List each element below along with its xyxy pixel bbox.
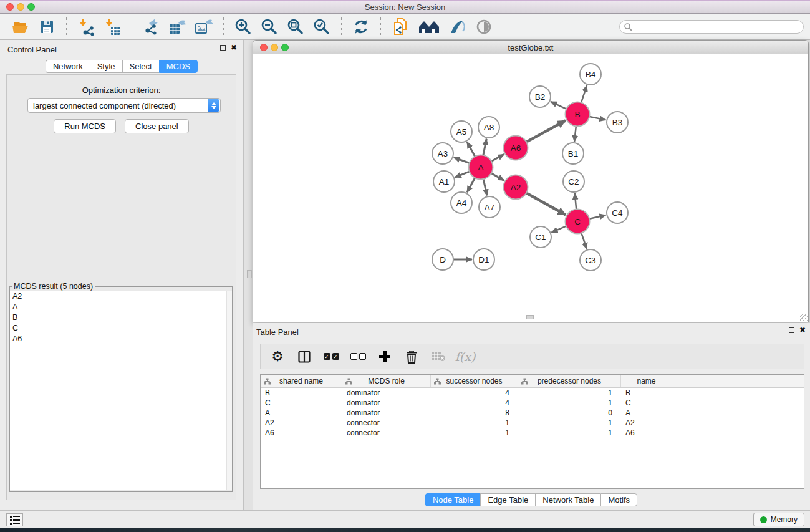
add-column-icon[interactable] — [377, 349, 393, 365]
table-row[interactable]: A2connector11A2 — [261, 418, 804, 428]
toolbar-separator — [341, 17, 342, 36]
result-item[interactable]: A2 — [10, 291, 232, 301]
vertical-split-handle[interactable] — [247, 270, 252, 278]
result-item[interactable]: A — [10, 301, 232, 312]
graph-edge-A-A2[interactable] — [491, 173, 504, 180]
import-table-icon[interactable] — [103, 17, 122, 36]
graph-edge-A-A4[interactable] — [467, 177, 475, 192]
node-table[interactable]: shared nameMCDS rolesuccessor nodesprede… — [260, 374, 804, 489]
graph-edge-C-C2[interactable] — [575, 193, 576, 210]
table-cell: 0 — [518, 408, 621, 418]
import-network-icon[interactable] — [77, 17, 95, 36]
resize-handle[interactable] — [800, 314, 808, 321]
graph-edge-A-A6[interactable] — [491, 154, 504, 162]
memory-label: Memory — [771, 515, 798, 524]
float-panel-icon[interactable] — [220, 45, 226, 51]
table-cell: B — [621, 388, 672, 398]
table-cell: 1 — [431, 418, 518, 428]
close-panel-icon[interactable]: ✖ — [799, 327, 806, 334]
column-header[interactable]: shared name — [261, 375, 342, 387]
tab-motifs[interactable]: Motifs — [600, 493, 637, 506]
graph-edge-A-A5[interactable] — [467, 142, 475, 157]
network-window[interactable]: testGlobe.txt AA1A2A3A4A5A6A7A8BB1B2B3B4… — [253, 40, 809, 322]
table-cell: dominator — [342, 408, 431, 418]
result-item[interactable]: C — [10, 322, 232, 333]
zoom-out-icon[interactable] — [260, 17, 279, 36]
close-panel-button[interactable]: Close panel — [125, 119, 189, 133]
open-session-icon[interactable] — [11, 17, 30, 36]
search-input[interactable] — [632, 21, 803, 32]
show-panels-icon[interactable] — [6, 513, 23, 526]
result-item[interactable]: B — [10, 312, 232, 322]
save-session-icon[interactable] — [37, 17, 56, 36]
table-cell: 1 — [518, 428, 621, 438]
graph-edge-A-A3[interactable] — [454, 157, 470, 163]
column-header[interactable]: name — [621, 375, 672, 387]
hide-graphics-icon[interactable] — [448, 17, 467, 36]
export-table-icon[interactable] — [168, 17, 187, 36]
clone-network-icon[interactable] — [391, 17, 410, 36]
graph-edge-A-A7[interactable] — [483, 178, 487, 195]
network-window-titlebar[interactable]: testGlobe.txt — [253, 41, 808, 54]
main-toolbar — [0, 14, 810, 40]
refresh-icon[interactable] — [352, 17, 370, 36]
tab-network-table[interactable]: Network Table — [535, 493, 600, 506]
table-row[interactable]: Adominator80A — [261, 408, 804, 418]
tab-style[interactable]: Style — [90, 60, 122, 73]
result-item[interactable]: A6 — [10, 333, 232, 344]
horizontal-split-handle[interactable] — [526, 315, 534, 319]
table-body[interactable]: Bdominator41BCdominator41CAdominator80AA… — [261, 388, 804, 438]
column-icon[interactable] — [296, 349, 312, 365]
table-cell: 1 — [518, 398, 621, 408]
zoom-in-icon[interactable] — [234, 17, 253, 36]
tab-network[interactable]: Network — [46, 60, 90, 73]
memory-button[interactable]: Memory — [753, 513, 804, 526]
zoom-selected-icon[interactable] — [312, 17, 331, 36]
table-cell: 1 — [518, 418, 621, 428]
graph-edge-C-C3[interactable] — [581, 233, 587, 249]
optimization-select[interactable]: largest connected component (directed) — [27, 98, 221, 113]
table-row[interactable]: Cdominator41C — [261, 398, 804, 408]
table-row[interactable]: Bdominator41B — [261, 388, 804, 398]
column-header[interactable]: successor nodes — [431, 375, 518, 387]
graph-node-label: C — [574, 217, 581, 226]
graph-node-label: B3 — [612, 118, 623, 127]
tab-mcds[interactable]: MCDS — [159, 60, 198, 73]
delete-column-icon[interactable] — [403, 349, 420, 365]
toolbar-separator — [380, 17, 381, 36]
graph-edge-C-C4[interactable] — [589, 215, 605, 219]
graph-node-label: D — [440, 255, 446, 264]
graph-edge-A-A8[interactable] — [483, 139, 487, 156]
tab-edge-table[interactable]: Edge Table — [480, 493, 535, 506]
search-field[interactable] — [619, 20, 804, 34]
deselect-all-rows-icon[interactable] — [350, 349, 366, 365]
result-scrollbar[interactable] — [226, 291, 232, 490]
network-canvas[interactable]: AA1A2A3A4A5A6A7A8BB1B2B3B4CC1C2C3C4DD1 — [253, 54, 808, 322]
graph-edge-B-B4[interactable] — [581, 85, 587, 103]
cyndex-home-icon[interactable] — [417, 17, 441, 36]
zoom-fit-icon[interactable] — [286, 17, 305, 36]
export-image-icon[interactable] — [195, 17, 213, 36]
graph-edge-B-B2[interactable] — [551, 102, 567, 109]
graph-edge-B-B1[interactable] — [574, 125, 576, 142]
export-network-icon[interactable] — [142, 17, 161, 36]
tab-node-table[interactable]: Node Table — [425, 493, 481, 506]
gear-icon[interactable]: ⚙ — [269, 349, 286, 365]
graph-edge-C-C1[interactable] — [551, 226, 566, 232]
run-mcds-button[interactable]: Run MCDS — [54, 119, 116, 133]
graph-edge-A2-C[interactable] — [526, 193, 566, 215]
column-header[interactable]: MCDS role — [342, 375, 431, 387]
float-panel-icon[interactable] — [789, 327, 794, 333]
tab-select[interactable]: Select — [122, 60, 159, 73]
table-row[interactable]: A6connector11A6 — [261, 428, 804, 438]
table-panel: Table Panel ✖ ⚙ ✓✓ f(x) shared nameMCDS … — [253, 323, 810, 510]
graph-edge-A6-B[interactable] — [526, 120, 566, 142]
select-all-rows-icon[interactable]: ✓✓ — [323, 349, 339, 365]
table-header-row: shared nameMCDS rolesuccessor nodesprede… — [261, 375, 804, 388]
mcds-result-list[interactable]: A2ABCA6 — [10, 291, 232, 490]
column-header[interactable]: predecessor nodes — [518, 375, 621, 387]
graph-edge-A-A1[interactable] — [455, 172, 470, 177]
level-of-detail-icon[interactable] — [475, 17, 493, 36]
graph-edge-B-B3[interactable] — [589, 117, 605, 120]
close-panel-icon[interactable]: ✖ — [231, 44, 237, 51]
